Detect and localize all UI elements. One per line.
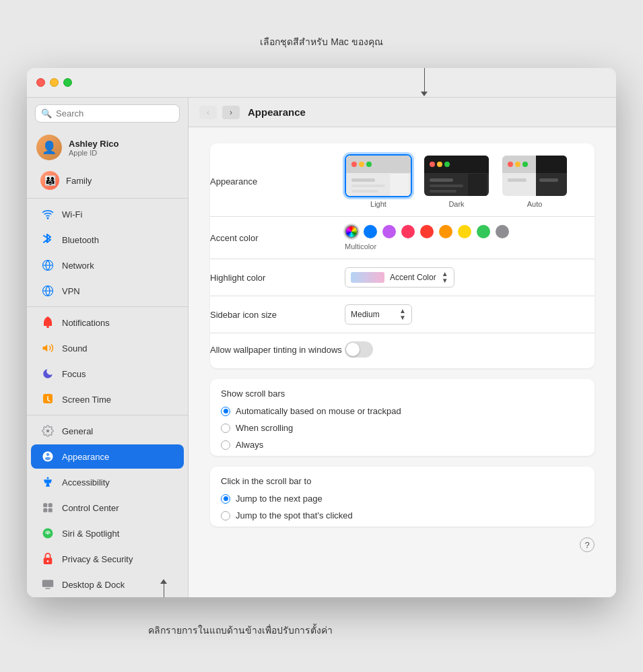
highlight-text: Accent Color	[390, 273, 436, 282]
close-button[interactable]	[36, 78, 45, 87]
scroll-auto-radio[interactable]	[221, 407, 230, 416]
accent-swatch-multicolor[interactable]	[345, 225, 358, 238]
sidebar-item-notifications[interactable]: Notifications	[31, 310, 184, 335]
accent-swatch-gray[interactable]	[496, 225, 509, 238]
help-button[interactable]: ?	[580, 537, 595, 552]
scroll-when-scrolling-label: When scrolling	[236, 423, 293, 433]
sidebar-item-appearance[interactable]: Appearance	[31, 444, 184, 469]
sidebar-item-general[interactable]: General	[31, 419, 184, 443]
highlight-dropdown[interactable]: Accent Color ▲ ▼	[345, 267, 454, 288]
sidebar-item-accessibility[interactable]: Accessibility	[31, 470, 184, 494]
svg-point-22	[351, 162, 357, 167]
appearance-option-light[interactable]: Light	[345, 154, 412, 208]
svg-point-32	[430, 162, 435, 167]
vpn-icon	[40, 283, 55, 298]
scroll-always-label: Always	[236, 440, 263, 450]
accent-swatch-blue[interactable]	[364, 225, 377, 238]
sidebar-item-network[interactable]: Network	[31, 253, 184, 277]
accent-swatch-pink[interactable]	[401, 225, 415, 238]
accent-color-row: Accent color	[210, 217, 595, 259]
forward-button[interactable]: ›	[222, 106, 240, 119]
traffic-lights	[36, 78, 72, 87]
sidebar-item-general-label: General	[62, 426, 93, 436]
svg-point-8	[47, 477, 49, 479]
appearance-option-auto[interactable]: Auto	[501, 154, 568, 208]
privacy-icon	[40, 551, 55, 566]
appearance-option-dark[interactable]: Dark	[423, 154, 490, 208]
accent-swatch-orange[interactable]	[439, 225, 452, 238]
tooltip-top: เลือกชุดสีสำหรับ Mac ของคุณ	[260, 34, 382, 49]
svg-point-14	[47, 533, 49, 535]
wallpaper-tinting-toggle[interactable]	[345, 341, 373, 358]
sidebar-icon-size-label: Sidebar icon size	[210, 310, 345, 320]
scroll-when-scrolling-row[interactable]: When scrolling	[210, 419, 595, 436]
accent-swatch-yellow[interactable]	[458, 225, 471, 238]
scroll-auto-row[interactable]: Automatically based on mouse or trackpad	[210, 403, 595, 419]
sidebar-divider-3	[27, 415, 188, 415]
sidebar-icon-size-control: Medium ▲ ▼	[345, 304, 595, 325]
svg-rect-28	[390, 174, 409, 197]
sidebar-item-focus[interactable]: Focus	[31, 362, 184, 386]
svg-marker-4	[43, 345, 48, 352]
sidebar-item-vpn[interactable]: VPN	[31, 279, 184, 303]
detail-title: Appearance	[248, 106, 306, 118]
accent-swatch-red[interactable]	[420, 225, 434, 238]
appearance-label: Appearance	[210, 176, 345, 187]
click-spot-row[interactable]: Jump to the spot that's clicked	[210, 507, 595, 524]
sidebar-item-appearance-label: Appearance	[62, 452, 109, 462]
sidebar-item-screentime[interactable]: Screen Time	[31, 387, 184, 411]
svg-rect-9	[43, 503, 47, 507]
appearance-section: Appearance	[210, 143, 595, 368]
svg-point-24	[366, 162, 372, 167]
highlight-color-control: Accent Color ▲ ▼	[345, 267, 595, 288]
sidebar-item-sound-label: Sound	[62, 343, 88, 354]
sidebar-item-controlcenter[interactable]: Control Center	[31, 496, 184, 520]
svg-point-33	[437, 162, 442, 167]
svg-point-16	[47, 560, 49, 562]
bluetooth-icon	[40, 232, 55, 247]
accent-swatch-green[interactable]	[477, 225, 490, 238]
sidebar-item-family[interactable]: 👨‍👩‍👧 Family	[31, 166, 184, 195]
sidebar-user[interactable]: 👤 Ashley Rico Apple ID	[27, 129, 188, 166]
siri-icon	[40, 526, 55, 541]
accent-swatch-purple[interactable]	[382, 225, 396, 238]
minimize-button[interactable]	[50, 78, 59, 87]
tooltip-bottom: คลิกรายการในแถบด้านข้างเพื่อปรับการตั้งค…	[148, 624, 333, 638]
click-next-page-radio[interactable]	[221, 494, 230, 504]
svg-point-0	[47, 217, 48, 219]
search-bar[interactable]: 🔍	[35, 104, 180, 123]
svg-rect-43	[536, 156, 568, 173]
svg-rect-10	[48, 503, 53, 507]
sidebar-icon-size-dropdown[interactable]: Medium ▲ ▼	[345, 304, 412, 325]
appearance-light-label: Light	[370, 200, 386, 208]
appearance-icon	[40, 449, 55, 464]
sidebar-item-siri[interactable]: Siri & Spotlight	[31, 521, 184, 545]
sidebar-item-sound[interactable]: Sound	[31, 336, 184, 360]
search-input[interactable]	[56, 108, 174, 119]
sidebar-item-privacy[interactable]: Privacy & Security	[31, 547, 184, 571]
scroll-when-scrolling-radio[interactable]	[221, 424, 230, 433]
wifi-icon	[40, 207, 55, 222]
svg-rect-38	[468, 174, 487, 197]
network-icon	[40, 258, 55, 273]
click-spot-radio[interactable]	[221, 511, 230, 520]
user-sub: Apple ID	[69, 149, 119, 157]
user-info: Ashley Rico Apple ID	[69, 139, 119, 157]
click-next-page-row[interactable]: Jump to the next page	[210, 490, 595, 507]
sidebar-item-desktop[interactable]: Desktop & Dock	[31, 572, 184, 597]
accent-colors: Multicolor	[345, 225, 509, 250]
scroll-always-radio[interactable]	[221, 440, 230, 450]
svg-rect-3	[46, 326, 49, 328]
maximize-button[interactable]	[63, 78, 72, 87]
sidebar-item-wifi[interactable]: Wi-Fi	[31, 202, 184, 226]
scroll-always-row[interactable]: Always	[210, 436, 595, 453]
sidebar-item-bluetooth[interactable]: Bluetooth	[31, 228, 184, 252]
highlight-swatch	[351, 272, 384, 283]
sidebar-icon-size-value: Medium	[351, 310, 380, 319]
scroll-bars-section: Show scroll bars Automatically based on …	[210, 379, 595, 456]
svg-rect-11	[43, 508, 47, 512]
svg-rect-31	[424, 169, 490, 173]
wallpaper-tinting-row: Allow wallpaper tinting in windows	[210, 333, 595, 366]
sidebar-item-screentime-label: Screen Time	[62, 395, 111, 405]
back-button[interactable]: ‹	[199, 106, 217, 119]
